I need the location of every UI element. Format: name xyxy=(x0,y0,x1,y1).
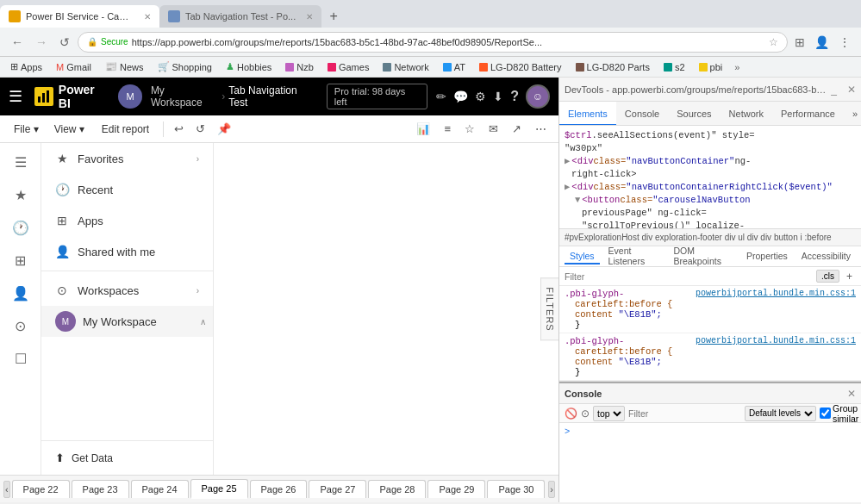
edit-report-btn[interactable]: Edit report xyxy=(93,120,158,139)
bookmarks-more[interactable]: » xyxy=(734,62,739,72)
css-rule1-source[interactable]: powerbijportal.bundle.min.css:1 xyxy=(696,289,856,298)
bookmark-at[interactable]: AT xyxy=(440,60,469,74)
filters-tab[interactable]: FILTERS xyxy=(540,277,558,340)
page-tab-23[interactable]: Page 23 xyxy=(72,480,129,498)
browser-tab-2[interactable]: Tab Navigation Test - Po... ✕ xyxy=(159,5,321,28)
bookmark-lg-parts[interactable]: LG-D820 Parts xyxy=(572,60,653,74)
devtools-tab-network[interactable]: Network xyxy=(721,102,772,126)
comment-icon[interactable]: 💬 xyxy=(453,90,468,103)
styles-filter-input[interactable] xyxy=(565,269,813,284)
user-avatar-circle[interactable]: ☺ xyxy=(526,84,550,109)
sidebar-workspaces[interactable]: ⊙ xyxy=(5,310,36,341)
reload-btn[interactable]: ↺ xyxy=(55,33,74,52)
styles-tab-accessibility[interactable]: Accessibility xyxy=(796,249,856,264)
nav-favorites[interactable]: ★ Favorites › xyxy=(41,143,213,174)
star-icon[interactable]: ☆ xyxy=(769,36,778,48)
extensions-icon[interactable]: ⊞ xyxy=(791,34,808,51)
browser-tab-1[interactable]: Power BI Service - Can't... ✕ xyxy=(0,5,159,28)
next-page-btn[interactable]: › xyxy=(548,481,555,498)
console-settings-icon[interactable]: ⊙ xyxy=(581,408,590,420)
download-icon[interactable]: ⬇ xyxy=(493,90,503,103)
pin-icon[interactable]: 📌 xyxy=(212,119,236,139)
bookmark-s2[interactable]: s2 xyxy=(660,60,689,74)
bookmark-shopping[interactable]: 🛒 Shopping xyxy=(154,59,216,74)
nav-workspaces[interactable]: ⊙ Workspaces › xyxy=(41,275,213,306)
bookmark-nzb[interactable]: Nzb xyxy=(282,60,317,74)
refresh-icon[interactable]: ↺ xyxy=(190,119,210,139)
nav-apps[interactable]: ⊞ Apps xyxy=(41,205,213,236)
devtools-tab-more[interactable]: » xyxy=(844,102,861,126)
styles-tab-event[interactable]: Event Listeners xyxy=(603,244,665,270)
sidebar-apps[interactable]: ⊞ xyxy=(5,245,36,276)
new-tab-btn[interactable]: + xyxy=(321,5,346,28)
page-tab-26[interactable]: Page 26 xyxy=(250,480,308,498)
console-input[interactable] xyxy=(579,426,853,437)
devtools-tab-performance[interactable]: Performance xyxy=(772,102,844,126)
bookmark-pbi[interactable]: pbi xyxy=(696,60,727,74)
chart-icon[interactable]: 📊 xyxy=(411,119,435,139)
bookmark-gmail[interactable]: M Gmail xyxy=(53,60,95,74)
page-tab-25[interactable]: Page 25 xyxy=(190,479,248,499)
bookmark-icon[interactable]: ⋮ xyxy=(835,34,854,51)
console-close-btn[interactable]: ✕ xyxy=(847,388,856,400)
nav-recent[interactable]: 🕐 Recent xyxy=(41,174,213,205)
styles-tab-dom[interactable]: DOM Breakpoints xyxy=(668,244,738,270)
tab1-close[interactable]: ✕ xyxy=(144,12,151,22)
mail-icon[interactable]: ✉ xyxy=(484,119,503,139)
nav-shared[interactable]: 👤 Shared with me xyxy=(41,236,213,267)
bookmark-apps[interactable]: ⊞ Apps xyxy=(7,59,46,74)
page-tab-27[interactable]: Page 27 xyxy=(309,480,366,498)
devtools-tab-elements[interactable]: Elements xyxy=(559,102,616,126)
address-bar[interactable]: 🔒 Secure https://app.powerbi.com/groups/… xyxy=(78,32,788,53)
console-context-select[interactable]: top xyxy=(593,406,625,421)
star-menu-icon[interactable]: ☆ xyxy=(459,119,480,139)
undo-icon[interactable]: ↩ xyxy=(169,119,189,139)
tab2-close[interactable]: ✕ xyxy=(306,12,313,22)
bookmark-games[interactable]: Games xyxy=(324,60,372,74)
console-group-similar-checkbox[interactable] xyxy=(820,408,831,419)
page-tab-24[interactable]: Page 24 xyxy=(131,480,189,498)
lines-icon[interactable]: ≡ xyxy=(439,119,456,139)
prev-page-btn[interactable]: ‹ Previous pages xyxy=(3,481,10,498)
filter-cls-btn[interactable]: .cls xyxy=(816,270,839,283)
sidebar-recent[interactable]: 🕐 xyxy=(5,212,36,243)
sidebar-favorites[interactable]: ★ xyxy=(5,179,36,210)
sidebar-workspace-square[interactable]: ☐ xyxy=(5,343,36,374)
share-icon[interactable]: ↗ xyxy=(507,119,527,139)
settings-icon[interactable]: ⚙ xyxy=(475,90,486,103)
console-filter-input[interactable] xyxy=(628,408,741,419)
filter-plus-btn[interactable]: + xyxy=(843,270,856,283)
devtools-tab-console[interactable]: Console xyxy=(616,102,668,126)
sidebar-shared[interactable]: 👤 xyxy=(5,277,36,308)
get-data[interactable]: ⬆ Get Data xyxy=(41,440,213,475)
bookmark-network[interactable]: Network xyxy=(379,60,432,74)
bookmark-news[interactable]: 📰 News xyxy=(102,59,147,74)
nav-my-workspace[interactable]: M My Workspace ∧ xyxy=(41,306,213,337)
forward-btn[interactable]: → xyxy=(31,33,52,52)
help-icon[interactable]: ? xyxy=(510,89,519,104)
more-icon[interactable]: ⋯ xyxy=(530,119,552,139)
edit-icon[interactable]: ✏ xyxy=(436,90,446,103)
console-levels-select[interactable]: Default levels xyxy=(745,406,816,421)
hamburger-menu[interactable]: ☰ xyxy=(9,87,22,106)
sidebar-hamburger[interactable]: ☰ xyxy=(5,146,36,177)
page-tab-22[interactable]: Page 22 xyxy=(12,480,70,498)
file-menu[interactable]: File ▾ xyxy=(7,120,46,139)
breadcrumb-workspace[interactable]: My Workspace xyxy=(151,84,218,109)
back-btn[interactable]: ← xyxy=(7,33,28,52)
page-tab-29[interactable]: Page 29 xyxy=(427,480,485,498)
styles-tab-properties[interactable]: Properties xyxy=(741,249,793,264)
bookmark-hobbies[interactable]: ♟ Hobbies xyxy=(222,59,275,74)
page-tab-30[interactable]: Page 30 xyxy=(487,480,545,498)
profile-icon[interactable]: 👤 xyxy=(811,34,833,51)
devtools-tab-sources[interactable]: Sources xyxy=(668,102,720,126)
bookmark-lg-battery[interactable]: LG-D820 Battery xyxy=(476,60,565,74)
devtools-minimize-icon[interactable]: _ xyxy=(831,84,837,96)
clear-console-icon[interactable]: 🚫 xyxy=(565,408,577,420)
page-tab-28[interactable]: Page 28 xyxy=(368,480,426,498)
devtools-close-icon[interactable]: ✕ xyxy=(847,84,856,96)
styles-tab-styles[interactable]: Styles xyxy=(565,249,600,264)
pbi-user-avatar[interactable]: M xyxy=(118,84,142,109)
view-menu[interactable]: View ▾ xyxy=(47,120,91,139)
css-rule2-source[interactable]: powerbijportal.bundle.min.css:1 xyxy=(696,336,856,345)
